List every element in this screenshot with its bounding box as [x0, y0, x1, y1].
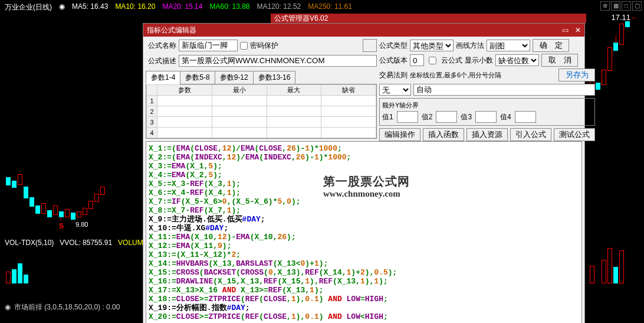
decimals-label: 显示小数 [465, 56, 493, 66]
icon-2[interactable]: ▦ [611, 1, 620, 11]
params-grid[interactable]: 参数最小最大缺省 1 2 3 4 [146, 84, 377, 139]
param-tab-3[interactable]: 参数9-12 [215, 71, 254, 84]
test-formula-button[interactable]: 测试公式 [554, 128, 595, 141]
ma5-label: MA5: 16.43 [72, 2, 108, 12]
code-line: X_1:=(EMA(CLOSE,12)/EMA(CLOSE,26)-1)*100… [149, 144, 579, 153]
cloud-label: 云公式 [441, 56, 462, 66]
help-button[interactable] [363, 39, 377, 52]
code-editor[interactable]: 第一股票公式网 www.chnmoney.com X_1:=(EMA(CLOSE… [146, 141, 582, 323]
editor-title: 指标公式编辑器 [147, 24, 196, 37]
coord-hint: 坐标线位置,最多6个,用分号分隔 [410, 71, 556, 80]
pwd-protect-label: 密码保护 [250, 41, 278, 51]
price-low: 9.80 [75, 221, 88, 228]
formula-manager-titlebar: 公式管理器V6.02 [271, 14, 586, 23]
insert-func-button[interactable]: 插入函数 [423, 128, 464, 141]
code-line: X_8:=X_7-REF(X_7,1); [149, 206, 579, 215]
val3-input[interactable] [475, 111, 497, 123]
code-line: X_17:=X_13>X_16 AND X_13>=REF(X_13,1); [149, 286, 579, 295]
cloud-checkbox[interactable] [429, 57, 436, 64]
cancel-button[interactable]: 取 消 [541, 54, 578, 67]
val1-input[interactable] [397, 111, 418, 123]
type-label: 公式类型 [379, 41, 408, 51]
val4-input[interactable] [515, 111, 536, 123]
code-line: X_12:=EMA(X_11,9); [149, 242, 579, 250]
code-line: X_18:=CLOSE>=ZTPRICE(REF(CLOSE,1),0.1) A… [149, 295, 579, 304]
pwd-protect-checkbox[interactable] [240, 42, 248, 50]
save-as-button[interactable]: 另存为 [558, 68, 595, 81]
volume-label: VOLUM [118, 239, 143, 247]
ma20-label: MA20: 15.14 [162, 2, 202, 12]
s-arrow: ↓S [59, 214, 64, 230]
trade-rule-label: 交易法则 [379, 70, 408, 80]
version-label: 公式版本 [379, 56, 408, 66]
editor-titlebar[interactable]: 指标公式编辑器 ▭ ✕ [143, 24, 584, 37]
param-tab-2[interactable]: 参数5-8 [180, 71, 215, 84]
import-formula-button[interactable]: 引入公式 [510, 128, 551, 141]
ok-button[interactable]: 确 定 [533, 39, 569, 52]
code-line: X_3:=EMA(X_1,5); [149, 162, 579, 171]
param-tab-1[interactable]: 参数1-4 [146, 71, 180, 84]
code-line: X_11:=EMA(X_10,12)-EMA(X_10,26); [149, 233, 579, 242]
draw-label: 画线方法 [456, 41, 484, 51]
params-tabs: 参数1-4 参数5-8 参数9-12 参数13-16 [146, 71, 377, 84]
formula-name-input[interactable] [179, 40, 238, 51]
ma60-label: MA60: 13.88 [209, 2, 249, 12]
code-line: X_20:=CLOSE>=ZTPRICE(REF(CLOSE,1),0.1) A… [149, 312, 579, 321]
ma10-label: MA10: 16.20 [115, 2, 155, 12]
watermark: 第一股票公式网 www.chnmoney.com [323, 177, 410, 198]
code-line: X_9:=主力进场.低买.低买#DAY; [149, 215, 579, 224]
formula-desc-input[interactable] [179, 55, 377, 67]
top-right-icons: ⊕ ▦ □ ▢ [600, 1, 642, 11]
decimals-select[interactable]: 缺省位数 [495, 54, 539, 66]
code-line: X_2:=(EMA(INDEXC,12)/EMA(INDEXC,26)-1)*1… [149, 153, 579, 162]
chart-header: 万业企业(日线) ◉ MA5: 16.43 MA10: 16.20 MA20: … [5, 2, 352, 12]
bottom-indicator: ◉市场前排 (3,0,5,18,50,20,0) : 0.00 [5, 302, 120, 312]
code-line: X_10:=牛逼.XG#DAY; [149, 224, 579, 233]
formula-editor-window: 指标公式编辑器 ▭ ✕ 公式名称 密码保护 公式描述 参数1 [143, 23, 585, 323]
param-tab-4[interactable]: 参数13-16 [253, 71, 296, 84]
code-line: X_16:=DRAWLINE(X_15,X_13,REF(X_15,1),REF… [149, 277, 579, 286]
ma250-label: MA250: 11.61 [308, 2, 352, 12]
vvol-label: VVOL: 85755.91 [60, 239, 112, 247]
edit-op-button[interactable]: 编辑操作 [379, 128, 420, 141]
code-line: X_15:=CROSS(BACKSET(CROSS(0,X_13),REF(X_… [149, 268, 579, 277]
desc-label: 公式描述 [146, 56, 179, 66]
eye-icon[interactable]: ◉ [59, 2, 65, 12]
volume-line: VOL-TDX(5,10) VVOL: 85755.91 VOLUM [5, 239, 143, 247]
icon-3[interactable]: □ [622, 1, 631, 11]
coord-input[interactable] [413, 84, 595, 96]
val2-input[interactable] [436, 111, 457, 123]
code-line: X_14:=HHVBARS(X_13,BARSLAST(X_13<0)+1); [149, 259, 579, 268]
minimize-icon[interactable]: ▭ [558, 24, 571, 37]
insert-res-button[interactable]: 插入资源 [466, 128, 508, 141]
extra-axis-fieldset: 额外Y轴分界 值1 值2 值3 值4 [379, 98, 595, 126]
price-current: 17.11← [611, 13, 638, 22]
trade-rule-select[interactable]: 无 [379, 84, 411, 96]
name-label: 公式名称 [146, 41, 179, 51]
code-line: X_19:=分析幅图.指数#DAY; [149, 304, 579, 312]
draw-method-select[interactable]: 副图 [487, 40, 530, 51]
icon-1[interactable]: ⊕ [600, 1, 610, 11]
icon-4[interactable]: ▢ [632, 1, 642, 11]
stock-name: 万业企业(日线) [5, 2, 52, 12]
code-line: X_13:=(X_11-X_12)*2; [149, 250, 579, 259]
code-line: X_7:=IF(X_5-X_6>0,(X_5-X_6)*5,0); [149, 197, 579, 206]
close-icon[interactable]: ✕ [571, 24, 584, 37]
version-input[interactable] [410, 54, 424, 66]
vol-label: VOL-TDX(5,10) [5, 239, 54, 247]
formula-type-select[interactable]: 其他类型 [410, 40, 454, 51]
ma120-label: MA120: 12.52 [257, 2, 301, 12]
